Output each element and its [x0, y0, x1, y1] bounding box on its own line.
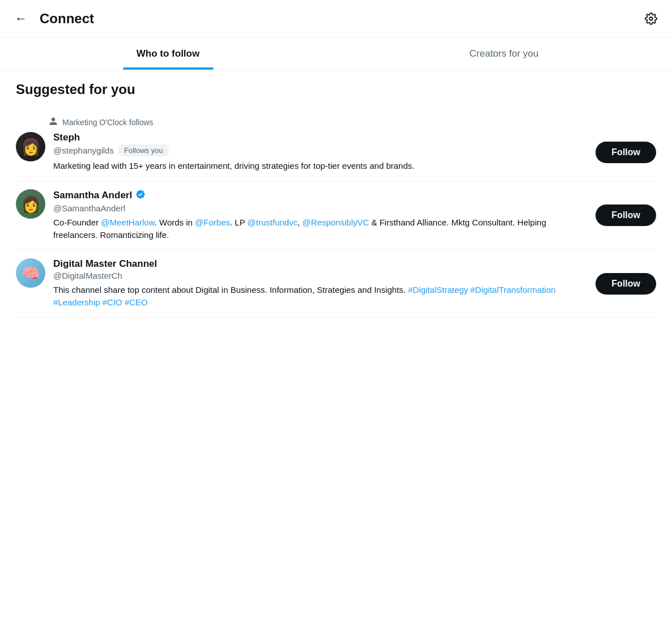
handle-row-samantha: @SamanthaAnderl — [53, 203, 589, 213]
follows-you-badge-steph: Follows you — [118, 144, 169, 156]
handle-row-digital: @DigitalMasterCh — [53, 271, 589, 280]
name-row-digital: Digital Master Channel — [53, 258, 589, 270]
follow-button-digital[interactable]: Follow — [596, 273, 656, 295]
avatar-samantha — [16, 189, 45, 219]
user-info-samantha: Samantha Anderl @SamanthaAnderl Co-Found… — [16, 189, 589, 242]
user-details-samantha: Samantha Anderl @SamanthaAnderl Co-Found… — [53, 189, 589, 242]
user-info-digital: Digital Master Channel @DigitalMasterCh … — [16, 258, 589, 309]
name-row-samantha: Samantha Anderl — [53, 189, 589, 202]
follow-button-steph[interactable]: Follow — [596, 142, 656, 163]
follow-button-samantha[interactable]: Follow — [596, 205, 656, 226]
user-card-steph: Marketing O'Clock follows Steph @stephan… — [16, 109, 656, 181]
user-row-digital: Digital Master Channel @DigitalMasterCh … — [16, 258, 656, 309]
header-left: ← Connect — [11, 8, 94, 29]
user-row-samantha: Samantha Anderl @SamanthaAnderl Co-Found… — [16, 189, 656, 242]
avatar-digital — [16, 258, 45, 288]
back-button[interactable]: ← — [11, 8, 31, 29]
user-info-steph: Steph @stephanygilds Follows you Marketi… — [16, 132, 589, 173]
back-arrow-icon: ← — [15, 11, 27, 26]
person-icon — [49, 117, 58, 127]
main-content: Suggested for you Marketing O'Clock foll… — [0, 70, 672, 329]
bio-samantha: Co-Founder @MeetHarlow. Words in @Forbes… — [53, 216, 589, 242]
user-card-samantha: Samantha Anderl @SamanthaAnderl Co-Found… — [16, 181, 656, 250]
bio-digital: This channel share top content about Dig… — [53, 284, 589, 309]
mention-meetharlow[interactable]: @MeetHarlow — [101, 218, 154, 227]
handle-row-steph: @stephanygilds Follows you — [53, 144, 589, 156]
hashtag-ceo[interactable]: #CEO — [125, 297, 148, 307]
user-details-steph: Steph @stephanygilds Follows you Marketi… — [53, 132, 589, 173]
mention-trustfundvc[interactable]: @trustfundvc — [248, 218, 298, 227]
user-name-steph: Steph — [53, 132, 80, 143]
user-name-digital: Digital Master Channel — [53, 258, 157, 270]
bio-steph: Marketing lead with 15+ years in enterta… — [53, 160, 589, 173]
section-title: Suggested for you — [16, 82, 656, 97]
handle-steph: @stephanygilds — [53, 146, 114, 155]
user-card-digital: Digital Master Channel @DigitalMasterCh … — [16, 250, 656, 318]
hashtag-digitalstrategy[interactable]: #DigitalStrategy — [408, 285, 468, 295]
header: ← Connect — [0, 0, 672, 38]
hashtag-cio[interactable]: #CIO — [103, 297, 122, 307]
tabs-bar: Who to follow Creators for you — [0, 38, 672, 70]
meta-hint-text: Marketing O'Clock follows — [62, 118, 154, 127]
gear-icon — [645, 12, 657, 25]
handle-digital: @DigitalMasterCh — [53, 271, 122, 280]
mention-forbes[interactable]: @Forbes — [195, 218, 230, 227]
avatar-steph — [16, 132, 45, 161]
name-row-steph: Steph — [53, 132, 589, 143]
tab-who-to-follow[interactable]: Who to follow — [0, 38, 336, 70]
tab-creators-for-you[interactable]: Creators for you — [336, 38, 672, 70]
mention-responsiblyvc[interactable]: @ResponsiblyVC — [303, 218, 369, 227]
verified-icon-samantha — [135, 189, 146, 202]
hashtag-digitaltransformation[interactable]: #DigitalTransformation — [470, 285, 555, 295]
svg-point-0 — [649, 17, 653, 20]
settings-button[interactable] — [641, 9, 661, 28]
user-row-steph: Steph @stephanygilds Follows you Marketi… — [16, 132, 656, 173]
handle-samantha: @SamanthaAnderl — [53, 203, 125, 213]
user-name-samantha: Samantha Anderl — [53, 190, 132, 201]
page-title: Connect — [40, 11, 94, 27]
hashtag-leadership[interactable]: #Leadership — [53, 297, 100, 307]
user-details-digital: Digital Master Channel @DigitalMasterCh … — [53, 258, 589, 309]
meta-hint-steph: Marketing O'Clock follows — [49, 117, 656, 127]
